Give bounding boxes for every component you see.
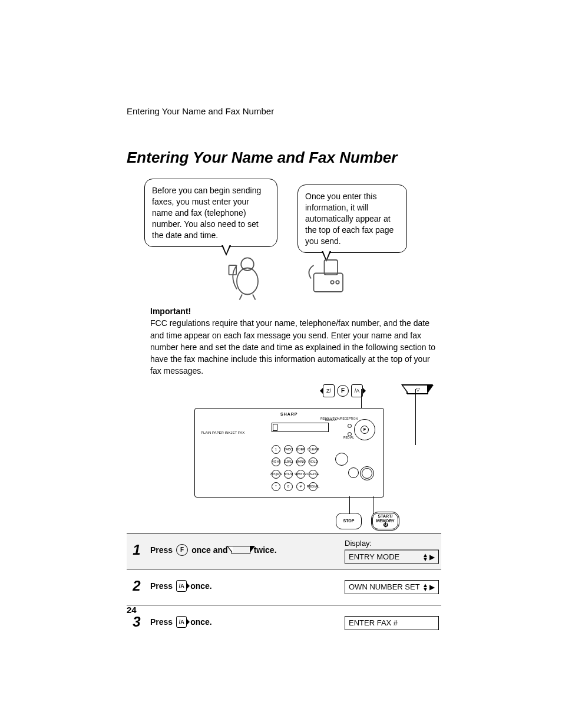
indicator-dot-icon [348,424,352,428]
svg-rect-3 [314,274,343,292]
function-button-icon: F [337,385,349,397]
stop-button-icon [348,467,359,478]
key: 2ABC [284,445,293,454]
bubble-followup-text: Once you enter this information, it will… [305,192,394,246]
mascot-squirrel-icon [221,249,274,302]
key: 1 [272,445,280,454]
display-arrows-icon: ▲▼▶ [422,583,435,591]
stop-button-callout: STOP [336,513,362,529]
rocker-icon [232,546,250,554]
step-number: 2 [129,578,144,594]
arrow-label: /A [179,619,184,625]
step-instruction: Press /A once. [150,616,212,628]
step-word: Press [150,545,173,555]
callout-line [415,389,416,445]
key: 0 [284,482,293,491]
step-word: once. [190,581,212,591]
page-number: 24 [127,605,137,615]
bubble-intro: Before you can begin sending faxes, you … [144,179,277,247]
key: CLEAR [309,445,318,454]
page-title: Entering Your Name and Fax Number [127,149,441,167]
display-box: ENTRY MODE ▲▼▶ [345,549,439,564]
display-box: OWN NUMBER SET ▲▼▶ [345,580,439,594]
callout-line [373,496,373,514]
svg-point-5 [336,281,339,284]
indicator-dot-icon [348,432,352,436]
bubble-followup: Once you enter this information, it will… [297,185,407,253]
left-arrow-label: Z/ [326,388,331,394]
right-arrow-label: /A [355,388,360,394]
display-column: ENTER FAX # [345,616,439,630]
step-3: 3 Press /A once. ENTER FAX # [127,605,441,641]
lcd-display-icon [272,423,329,432]
step-word: once and [191,545,227,555]
display-box: ENTER FAX # [345,616,439,630]
step-word: Press [150,617,173,627]
start-label-1: START/ [378,514,393,518]
bottom-callouts: STOP START/ MEMORY ⏻ [336,513,398,529]
nav-wheel-icon [354,419,375,440]
important-block: Important! FCC regulations require that … [150,305,441,377]
right-arrow-button-icon: /A [176,580,187,592]
display-column: OWN NUMBER SET ▲▼▶ [345,580,439,594]
callout-line [349,496,350,514]
start-label-2: MEMORY [376,519,394,523]
display-text: OWN NUMBER SET [349,582,420,591]
key: 7PQRS [272,470,280,479]
fax-control-panel: SHARP PLAIN PAPER INKJET FAX TEL/FAX RES… [194,408,384,498]
control-panel-diagram: Z/ F /A ▽ SHARP PLAIN PAPER INKJET FAX T… [127,384,441,526]
arrow-label: /A [179,583,184,589]
numeric-keypad: 1 2ABC 3DEF CLEAR 4GHI 5JKL 6MNO HOLD 7P… [272,445,319,493]
stop-label: STOP [343,519,355,523]
key: 8TUV [284,470,293,479]
display-heading: Display: [345,538,439,547]
display-arrows-icon: ▲▼▶ [422,552,435,561]
left-arrow-button-icon: Z/ [323,384,335,397]
step-2: 2 Press /A once. OWN NUMBER SET ▲▼▶ [127,569,441,605]
model-label: PLAIN PAPER INKJET FAX [201,431,244,434]
round-button-icon [335,453,348,466]
callout-nav-buttons: Z/ F /A [323,384,363,397]
step-number: 1 [129,542,144,558]
bubble-intro-text: Before you can begin sending faxes, you … [152,186,261,240]
callout-rocker-button: ▽ [406,384,428,394]
display-column: Display: ENTRY MODE ▲▼▶ [345,538,439,564]
display-text: ENTRY MODE [349,552,399,561]
running-head: Entering Your Name and Fax Number [127,106,441,116]
speech-bubbles-area: Before you can begin sending faxes, you … [144,179,441,305]
step-word: twice. [254,545,277,555]
key: # [296,482,305,491]
svg-rect-2 [229,265,237,275]
steps-list: 1 Press F once and twice. Display: ENTRY… [127,533,441,641]
callout-line [361,389,362,410]
key: 5JKL [284,457,293,466]
key: 3DEF [296,445,305,454]
step-instruction: Press F once and twice. [150,544,277,556]
key: PAUSE [309,470,318,479]
step-word: Press [150,581,173,591]
key: * [272,482,280,491]
brand-label: SHARP [280,412,298,416]
start-memory-button-callout: START/ MEMORY ⏻ [372,513,398,529]
right-arrow-button-icon: /A [176,616,187,628]
svg-point-0 [237,268,258,295]
key: 4GHI [272,457,280,466]
function-button-icon: F [176,544,188,556]
step-1: 1 Press F once and twice. Display: ENTRY… [127,533,441,569]
start-button-icon [360,466,374,480]
display-text: ENTER FAX # [349,618,398,627]
key: 9WXYZ [296,470,305,479]
key: REDIAL [309,482,318,491]
svg-point-6 [330,281,333,284]
important-body: FCC regulations require that your name, … [150,317,441,377]
key: HOLD [309,457,318,466]
step-instruction: Press /A once. [150,580,212,592]
important-heading: Important! [150,305,441,317]
svg-point-1 [241,258,254,271]
svg-rect-4 [325,260,338,275]
rocker-icon: ▽ [407,385,428,394]
step-word: once. [190,617,212,627]
tiny-label: RESOLUTION/RECEPTION [320,417,358,420]
key: 6MNO [296,457,305,466]
mascot-fax-icon [300,249,353,302]
